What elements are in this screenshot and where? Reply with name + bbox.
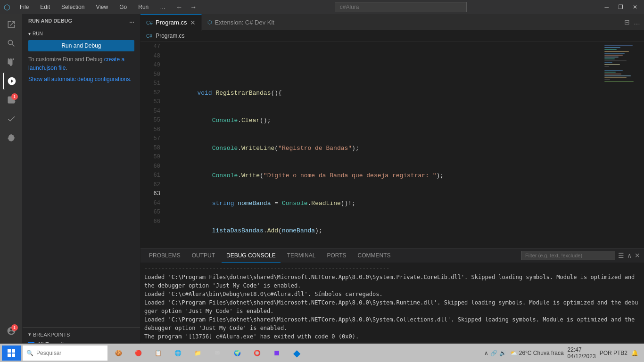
panel-content[interactable]: ----------------------------------------… <box>140 263 644 343</box>
taskbar: 🔍 🍪 🔴 📋 🌐 📁 ✉ 🌍 ⭕ ■ ◆ ∧ 🔗 🔊 ⛅ 26°C Chuva… <box>0 343 644 362</box>
taskbar-weather[interactable]: ⛅ 26°C Chuva fraca <box>510 350 563 356</box>
log-line-3: Loaded 'C:\Program Files\dotnet\shared\M… <box>144 298 640 315</box>
svg-rect-3 <box>12 354 15 357</box>
taskbar-app-files[interactable]: 📁 <box>189 344 206 362</box>
line-num: 47 <box>140 42 160 52</box>
line-num: 51 <box>140 79 160 89</box>
activity-account[interactable]: 1 <box>3 322 20 339</box>
line-num: 52 <box>140 89 160 98</box>
tab-program-cs[interactable]: C# Program.cs ✕ <box>140 14 202 31</box>
line-num: 49 <box>140 61 160 70</box>
activity-run-debug[interactable] <box>3 73 20 90</box>
panel-list-icon[interactable]: ☰ <box>618 252 624 259</box>
panel-tab-ports[interactable]: PORTS <box>322 248 351 263</box>
log-line-separator: ----------------------------------------… <box>144 264 640 273</box>
taskbar-search-icon: 🔍 <box>26 350 33 356</box>
taskbar-app-explorer[interactable]: 📋 <box>149 344 167 362</box>
breakpoints-label: BREAKPOINTS <box>33 332 70 337</box>
sidebar-more-icon[interactable]: … <box>129 18 134 24</box>
window-controls: ─ ❐ ✕ <box>602 3 640 11</box>
run-section-title[interactable]: ▾ RUN <box>28 31 134 36</box>
title-bar: ⬡ File Edit Selection View Go Run … ← → … <box>0 0 644 14</box>
taskbar-app-purple[interactable]: ■ <box>268 344 286 362</box>
taskbar-app-mail[interactable]: ✉ <box>208 344 226 362</box>
run-section: ▾ RUN Run and Debug To customize Run and… <box>28 31 134 82</box>
taskbar-app-chrome[interactable]: 🌍 <box>228 344 246 362</box>
code-line-47 <box>168 61 602 70</box>
tab-bar-right: ⊟ … <box>624 18 644 26</box>
show-auto-debug-link[interactable]: Show all automatic debug configurations. <box>28 76 134 82</box>
panel-tab-output[interactable]: OUTPUT <box>187 248 220 263</box>
taskbar-app-blue[interactable]: ◆ <box>288 344 305 362</box>
breakpoints-chevron-icon: ▾ <box>28 331 31 337</box>
code-line-48: void RegistrarBandas(){ <box>168 89 602 98</box>
log-line-5: The program '[13756] c#Alura.exe' has ex… <box>144 332 640 341</box>
taskbar-app-circle[interactable]: ⭕ <box>248 344 266 362</box>
tab-extension-icon: ⬡ <box>207 19 212 25</box>
vscode-logo: ⬡ <box>4 3 10 12</box>
window-restore-button[interactable]: ❐ <box>615 3 626 11</box>
panel-tabs: PROBLEMS OUTPUT DEBUG CONSOLE TERMINAL P… <box>140 248 644 263</box>
menu-selection[interactable]: Selection <box>59 3 86 11</box>
code-line-49: Console.Clear(); <box>168 116 602 125</box>
tab-program-cs-close[interactable]: ✕ <box>190 19 196 26</box>
panel-filter-input[interactable] <box>521 251 615 260</box>
panel-tab-comments[interactable]: COMMENTS <box>353 248 396 263</box>
code-line-52: string nomeBanda = Console.ReadLine()!; <box>168 199 602 208</box>
breakpoints-title[interactable]: ▾ BREAKPOINTS <box>28 331 134 337</box>
activity-explorer[interactable] <box>3 16 20 33</box>
menu-ellipsis[interactable]: … <box>158 3 167 11</box>
activity-extensions[interactable]: 1 <box>3 91 20 108</box>
panel-tab-terminal[interactable]: TERMINAL <box>282 248 321 263</box>
log-line-4: Loaded 'C:\Program Files\dotnet\shared\M… <box>144 315 640 332</box>
start-button[interactable] <box>2 346 21 361</box>
code-content[interactable]: void RegistrarBandas(){ Console.Clear();… <box>164 41 602 248</box>
panel-close-icon[interactable]: ✕ <box>635 252 640 259</box>
taskbar-notification-icon[interactable]: 🔔 <box>631 350 638 356</box>
window-min-button[interactable]: ─ <box>602 3 611 11</box>
taskbar-clock[interactable]: 22:47 04/12/2023 <box>568 346 596 360</box>
log-line-2: Loaded 'C:\c#Alura\bin\Debug\net8.0\c#Al… <box>144 290 640 298</box>
run-section-label: RUN <box>33 31 43 36</box>
breadcrumb-icon: C# <box>146 33 152 39</box>
editor-area: C# Program.cs ✕ ⬡ Extension: C# Dev Kit … <box>140 14 644 362</box>
taskbar-app-red[interactable]: 🔴 <box>129 344 147 362</box>
tray-speaker-icon[interactable]: 🔊 <box>499 350 506 356</box>
breadcrumb-item[interactable]: C# Program.cs <box>146 33 185 39</box>
tab-extension[interactable]: ⬡ Extension: C# Dev Kit <box>202 14 280 31</box>
nav-back-button[interactable]: ← <box>173 2 185 12</box>
panel-tab-debug-console[interactable]: DEBUG CONSOLE <box>222 248 281 263</box>
tray-expand-icon[interactable]: ∧ <box>484 350 488 356</box>
sidebar-header-icons: … <box>129 18 134 24</box>
account-badge: 1 <box>11 324 18 331</box>
window-close-button[interactable]: ✕ <box>630 3 640 11</box>
search-input[interactable] <box>335 2 467 12</box>
code-line-50: Console.WriteLine("Registro de Bandas"); <box>168 144 602 153</box>
activity-test[interactable] <box>3 110 20 127</box>
activity-search[interactable] <box>3 35 20 52</box>
activity-source-control[interactable] <box>3 54 20 71</box>
taskbar-app-edge[interactable]: 🌐 <box>169 344 187 362</box>
activity-puzzle[interactable] <box>3 129 20 146</box>
menu-file[interactable]: File <box>18 3 31 11</box>
taskbar-locale[interactable]: POR PTB2 <box>600 350 627 356</box>
line-num: 54 <box>140 107 160 116</box>
line-num: 56 <box>140 125 160 135</box>
taskbar-search-input[interactable] <box>36 350 107 356</box>
run-chevron-icon: ▾ <box>28 31 31 36</box>
line-num: 62 <box>140 181 160 190</box>
tab-more-icon[interactable]: … <box>634 18 640 26</box>
menu-run[interactable]: Run <box>136 3 150 11</box>
panel-tab-problems[interactable]: PROBLEMS <box>144 248 185 263</box>
tray-network-icon[interactable]: 🔗 <box>490 350 497 356</box>
panel-up-icon[interactable]: ∧ <box>627 252 632 259</box>
nav-forward-button[interactable]: → <box>187 2 199 12</box>
menu-go[interactable]: Go <box>117 3 129 11</box>
menu-view[interactable]: View <box>94 3 110 11</box>
line-num: 61 <box>140 171 160 181</box>
minimap <box>602 41 644 248</box>
taskbar-app-cookie[interactable]: 🍪 <box>109 344 127 362</box>
menu-edit[interactable]: Edit <box>38 3 52 11</box>
run-and-debug-button[interactable]: Run and Debug <box>28 40 134 51</box>
tab-split-icon[interactable]: ⊟ <box>624 18 630 26</box>
